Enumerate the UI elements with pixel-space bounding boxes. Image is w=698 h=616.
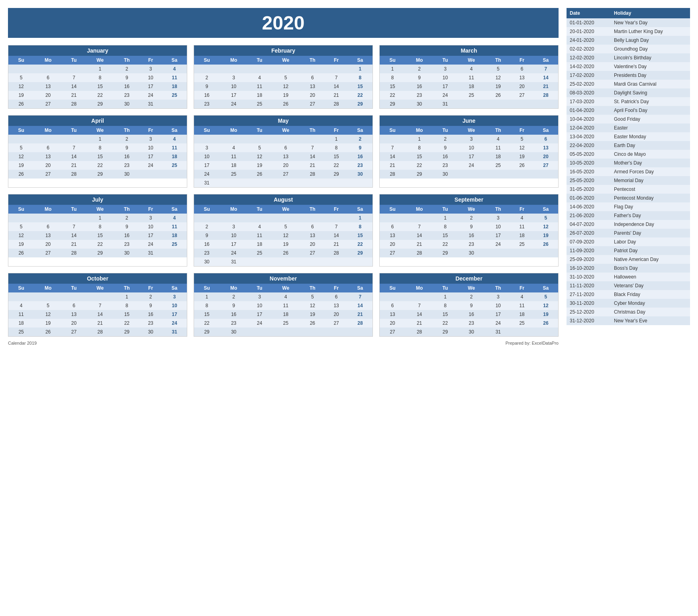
day-cell: 15 [194, 310, 220, 319]
day-cell: 12 [486, 73, 510, 82]
day-header: We [86, 126, 114, 135]
day-cell: 31 [433, 100, 457, 108]
day-cell: 15 [348, 82, 373, 91]
month-title: May [194, 116, 373, 126]
day-cell: 9 [194, 231, 220, 240]
holiday-name: Armed Forces Day [611, 167, 690, 176]
day-header: Su [194, 284, 220, 292]
day-cell [162, 100, 187, 108]
day-cell: 19 [533, 231, 558, 240]
day-header: Sa [533, 56, 558, 65]
footer-left: Calendar 2019 [8, 341, 37, 345]
day-cell: 22 [86, 161, 114, 170]
holiday-row: 16-10-2020Boss's Day [567, 264, 690, 273]
holiday-name: Cyber Monday [611, 299, 690, 308]
day-cell: 31 [194, 179, 220, 187]
day-cell: 24 [220, 100, 248, 108]
day-cell: 26 [8, 170, 34, 179]
day-cell: 27 [62, 328, 86, 336]
day-cell: 12 [533, 301, 558, 310]
day-cell: 28 [405, 328, 433, 336]
day-cell [271, 328, 300, 336]
holiday-name: Earth Day [611, 141, 690, 150]
day-cell: 10 [486, 301, 510, 310]
day-cell: 1 [86, 214, 114, 222]
day-cell: 17 [139, 152, 162, 161]
day-cell: 21 [62, 161, 86, 170]
day-cell: 23 [457, 319, 486, 328]
day-cell: 5 [8, 143, 34, 152]
day-cell: 3 [194, 143, 220, 152]
holiday-date: 21-06-2020 [567, 211, 611, 220]
holiday-row: 13-04-2020Easter Monday [567, 132, 690, 141]
day-cell: 15 [348, 231, 373, 240]
day-cell [457, 170, 486, 179]
holiday-date: 04-07-2020 [567, 220, 611, 229]
day-cell: 6 [271, 143, 300, 152]
day-cell: 27 [271, 170, 300, 179]
day-cell: 27 [380, 249, 405, 257]
day-cell [34, 65, 62, 73]
day-cell: 11 [162, 222, 187, 231]
day-cell: 29 [433, 328, 457, 336]
holiday-name: Patriot Day [611, 246, 690, 255]
day-cell: 23 [194, 249, 220, 257]
day-cell [380, 292, 405, 301]
day-cell [348, 257, 373, 266]
day-cell: 30 [433, 170, 457, 179]
day-cell: 3 [457, 135, 486, 143]
day-cell: 28 [62, 249, 86, 257]
day-cell: 24 [139, 161, 162, 170]
day-cell: 17 [194, 161, 220, 170]
day-header: Sa [348, 56, 373, 65]
month-table: SuMoTuWeThFrSa12345678910111213141516171… [194, 205, 373, 266]
day-header: We [457, 284, 486, 292]
holiday-date: 25-09-2020 [567, 255, 611, 264]
day-header: Sa [533, 205, 558, 214]
day-cell: 13 [380, 310, 405, 319]
month-table: SuMoTuWeThFrSa12345678910111213141516171… [194, 56, 373, 108]
day-cell: 14 [300, 152, 325, 161]
day-cell: 30 [457, 249, 486, 257]
day-cell: 10 [139, 143, 162, 152]
day-cell: 24 [248, 319, 271, 328]
day-cell: 9 [433, 143, 457, 152]
day-cell: 6 [533, 135, 558, 143]
day-cell: 11 [510, 301, 533, 310]
day-cell: 9 [139, 301, 162, 310]
day-header: Sa [162, 205, 187, 214]
day-cell: 12 [533, 222, 558, 231]
day-cell: 28 [325, 249, 348, 257]
day-cell: 15 [380, 82, 405, 91]
day-cell: 4 [162, 135, 187, 143]
holiday-row: 24-01-2020Belly Laugh Day [567, 36, 690, 45]
holiday-date: 31-10-2020 [567, 273, 611, 281]
day-cell: 2 [194, 222, 220, 231]
day-cell: 2 [220, 292, 248, 301]
day-cell: 16 [457, 231, 486, 240]
day-header: Su [8, 284, 34, 292]
day-header: Tu [433, 284, 457, 292]
day-cell: 4 [8, 301, 34, 310]
day-header: Th [300, 126, 325, 135]
day-cell: 26 [8, 100, 34, 108]
day-cell: 3 [139, 65, 162, 73]
day-header: Su [8, 205, 34, 214]
day-cell: 29 [348, 249, 373, 257]
day-cell: 14 [380, 152, 405, 161]
month-title: August [194, 194, 373, 205]
day-cell: 28 [405, 249, 433, 257]
day-cell [300, 328, 325, 336]
day-cell: 21 [348, 310, 373, 319]
day-cell: 22 [433, 319, 457, 328]
day-cell: 26 [533, 240, 558, 249]
day-header: Th [486, 284, 510, 292]
day-header: Th [114, 284, 139, 292]
holiday-row: 20-01-2020Martin Luther King Day [567, 27, 690, 36]
day-cell [271, 135, 300, 143]
day-cell: 25 [162, 91, 187, 100]
day-cell: 20 [34, 161, 62, 170]
day-cell: 1 [86, 135, 114, 143]
day-cell: 5 [533, 214, 558, 222]
day-cell: 27 [510, 91, 533, 100]
